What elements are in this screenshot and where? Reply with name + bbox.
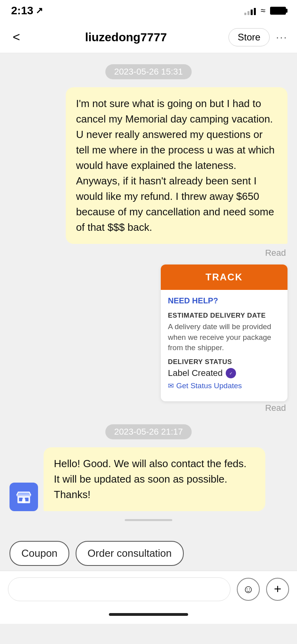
home-bar xyxy=(109,613,188,616)
signal-icon xyxy=(244,6,256,15)
coupon-button[interactable]: Coupon xyxy=(10,541,69,566)
back-button[interactable]: < xyxy=(10,27,23,48)
message-row-1: I'm not sure what is going on but I had … xyxy=(0,87,297,244)
svg-text:✓: ✓ xyxy=(229,371,232,376)
message-bubble-2: Hello! Good. We will also contact the fe… xyxy=(44,447,265,511)
status-bar: 2:13 ↗ ≈ xyxy=(0,0,297,21)
timestamp-1: 2023-05-26 15:31 xyxy=(0,64,297,79)
more-button[interactable]: ··· xyxy=(276,31,287,44)
estimated-delivery-section: ESTIMATED DELIVERY DATE A delivery date … xyxy=(168,312,280,353)
input-bar: ☺ + xyxy=(0,571,297,608)
status-time: 2:13 ↗ xyxy=(11,4,43,17)
read-label-2: Read xyxy=(0,403,297,413)
svg-rect-4 xyxy=(25,498,29,501)
bottom-actions: Coupon Order consultation xyxy=(0,533,297,571)
status-icons: ≈ xyxy=(244,6,286,16)
message-input[interactable] xyxy=(8,577,230,601)
envelope-icon: ✉ xyxy=(168,381,174,390)
delivery-status-section: DELIVERY STATUS Label Created ✓ ✉ Get St… xyxy=(168,358,280,390)
store-avatar xyxy=(10,483,38,511)
tracking-card: TRACK NEED HELP? ESTIMATED DELIVERY DATE… xyxy=(161,264,287,401)
need-help-link[interactable]: NEED HELP? xyxy=(168,296,280,305)
estimated-delivery-text: A delivery date will be provided when we… xyxy=(168,322,280,353)
wifi-icon: ≈ xyxy=(261,6,265,16)
message-bubble-1: I'm not sure what is going on but I had … xyxy=(66,87,287,244)
location-arrow-icon: ↗ xyxy=(36,6,43,16)
svg-rect-6 xyxy=(22,499,25,503)
svg-rect-3 xyxy=(19,498,23,501)
order-consultation-button[interactable]: Order consultation xyxy=(76,541,183,566)
delivery-status-text: Label Created xyxy=(168,368,223,378)
plus-icon: + xyxy=(274,582,282,596)
header-right: Store ··· xyxy=(228,28,287,46)
read-label-1: Read xyxy=(0,248,297,258)
delivery-status-row: Label Created ✓ xyxy=(168,368,280,378)
battery-icon xyxy=(270,7,286,15)
delivery-status-label: DELIVERY STATUS xyxy=(168,358,280,366)
chat-area: 2023-05-26 15:31 I'm not sure what is go… xyxy=(0,64,297,533)
store-button[interactable]: Store xyxy=(228,28,269,46)
emoji-icon: ☺ xyxy=(243,583,254,596)
timestamp-2: 2023-05-26 21:17 xyxy=(0,424,297,439)
track-content: NEED HELP? ESTIMATED DELIVERY DATE A del… xyxy=(161,290,287,401)
home-indicator xyxy=(0,608,297,624)
header: < liuzedong7777 Store ··· xyxy=(0,21,297,53)
track-button[interactable]: TRACK xyxy=(161,264,287,290)
tracking-card-row: TRACK NEED HELP? ESTIMATED DELIVERY DATE… xyxy=(0,264,297,401)
get-updates-link[interactable]: ✉ Get Status Updates xyxy=(168,381,280,390)
emoji-button[interactable]: ☺ xyxy=(237,578,260,601)
estimated-delivery-label: ESTIMATED DELIVERY DATE xyxy=(168,312,280,320)
scroll-bar xyxy=(125,519,172,521)
scroll-indicator xyxy=(0,519,297,521)
message-row-2: Hello! Good. We will also contact the fe… xyxy=(0,447,297,511)
store-icon xyxy=(15,488,32,506)
header-title: liuzedong7777 xyxy=(85,31,167,44)
svg-rect-5 xyxy=(17,495,31,496)
add-button[interactable]: + xyxy=(266,578,289,601)
time-text: 2:13 xyxy=(11,4,33,17)
status-circle-icon: ✓ xyxy=(226,368,236,378)
